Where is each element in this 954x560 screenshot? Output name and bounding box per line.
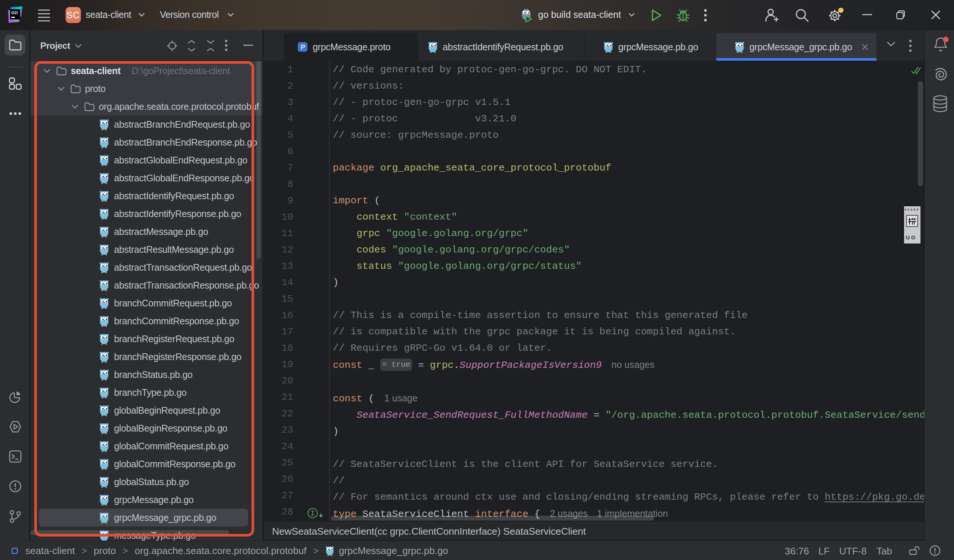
svg-text:P: P [301, 43, 305, 51]
svg-text:GO: GO [11, 11, 18, 15]
